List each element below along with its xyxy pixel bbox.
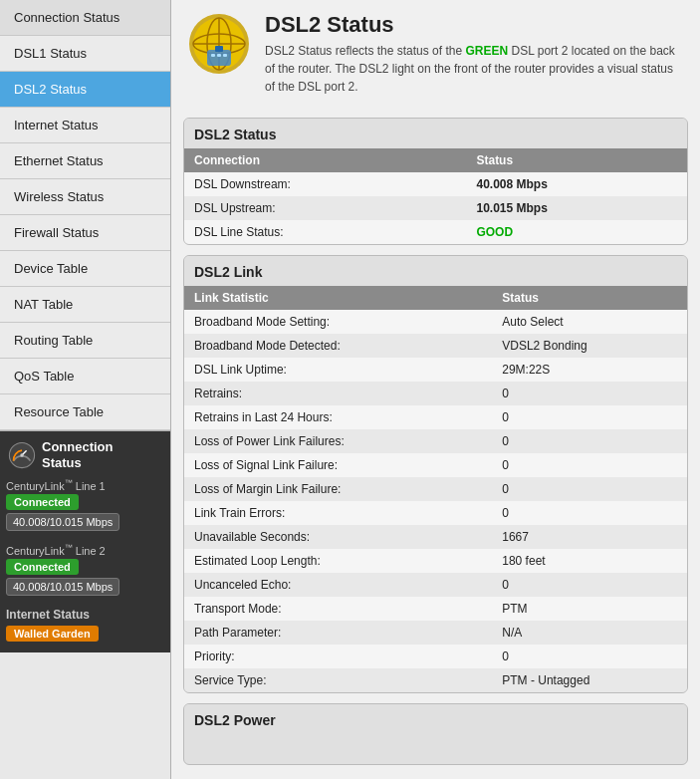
svg-rect-12 (217, 54, 221, 57)
stat-value: 40.008 Mbps (466, 172, 687, 196)
link-label: Uncanceled Echo: (184, 573, 492, 597)
svg-rect-13 (223, 54, 227, 57)
sidebar-item-device-table[interactable]: Device Table (0, 251, 170, 287)
sidebar-item-connection-status[interactable]: Connection Status (0, 0, 170, 36)
table-row: Estimated Loop Length:180 feet (184, 549, 687, 573)
page-title: DSL2 Status (265, 12, 684, 38)
table-row: Uncanceled Echo:0 (184, 573, 687, 597)
conn-status-title: Connection Status (42, 439, 114, 470)
link-label: Service Type: (184, 668, 492, 692)
dsl2-link-card-title: DSL2 Link (184, 256, 687, 286)
dsl2-status-card-title: DSL2 Status (184, 119, 687, 148)
dsl2-icon (187, 12, 251, 76)
internet-status-label: Internet Status (0, 604, 170, 624)
speedometer-icon (8, 441, 36, 469)
link-label: Transport Mode: (184, 597, 492, 621)
sidebar-nav: Connection StatusDSL1 StatusDSL2 StatusI… (0, 0, 170, 431)
svg-rect-11 (211, 54, 215, 57)
sidebar-item-internet-status[interactable]: Internet Status (0, 108, 170, 143)
sidebar-item-routing-table[interactable]: Routing Table (0, 323, 170, 359)
sidebar: Connection StatusDSL1 StatusDSL2 StatusI… (0, 0, 171, 779)
line1-connected-badge: Connected (6, 494, 79, 510)
page-description: DSL2 Status reflects the status of the G… (265, 42, 684, 96)
sidebar-item-dsl2-status[interactable]: DSL2 Status (0, 72, 170, 108)
line2-connected-badge: Connected (6, 559, 79, 575)
stat-label: DSL Downstream: (184, 172, 466, 196)
link-label: Broadband Mode Setting: (184, 310, 492, 334)
link-value: N/A (492, 621, 687, 645)
sidebar-item-firewall-status[interactable]: Firewall Status (0, 215, 170, 251)
sidebar-item-qos-table[interactable]: QoS Table (0, 359, 170, 394)
stat-label: DSL Upstream: (184, 196, 466, 220)
connection-status-panel: Connection Status CenturyLink™ Line 1 Co… (0, 431, 170, 652)
link-value: 0 (492, 573, 687, 597)
dsl2-link-table: Link Statistic Status Broadband Mode Set… (184, 286, 687, 692)
status-col1-header: Connection (184, 148, 466, 172)
table-row: Broadband Mode Setting:Auto Select (184, 310, 687, 334)
link-value: 29M:22S (492, 358, 687, 382)
conn-status-header: Connection Status (0, 431, 170, 474)
sidebar-item-nat-table[interactable]: NAT Table (0, 287, 170, 323)
table-row: Link Train Errors:0 (184, 501, 687, 525)
table-row: Unavailable Seconds:1667 (184, 525, 687, 549)
link-label: Estimated Loop Length: (184, 549, 492, 573)
link-value: 0 (492, 645, 687, 668)
table-row: DSL Line Status:GOOD (184, 220, 687, 244)
table-row: Loss of Signal Link Failure:0 (184, 453, 687, 477)
table-row: Priority:0 (184, 645, 687, 668)
table-row: DSL Link Uptime:29M:22S (184, 358, 687, 382)
link-value: 0 (492, 453, 687, 477)
link-value: 0 (492, 382, 687, 405)
sidebar-item-ethernet-status[interactable]: Ethernet Status (0, 143, 170, 179)
table-row: Loss of Power Link Failures:0 (184, 429, 687, 453)
svg-rect-10 (215, 46, 223, 52)
link-label: Loss of Power Link Failures: (184, 429, 492, 453)
link-label: Link Train Errors: (184, 501, 492, 525)
dsl2-status-table: Connection Status DSL Downstream:40.008 … (184, 148, 687, 244)
link-value: 0 (492, 501, 687, 525)
link-label: Loss of Margin Link Failure: (184, 477, 492, 501)
link-col2-header: Status (492, 286, 687, 310)
line1-label: CenturyLink™ Line 1 (6, 478, 164, 492)
table-row: Retrains in Last 24 Hours:0 (184, 405, 687, 429)
link-label: Retrains: (184, 382, 492, 405)
link-label: Broadband Mode Detected: (184, 334, 492, 358)
link-value: 180 feet (492, 549, 687, 573)
table-row: Path Parameter:N/A (184, 621, 687, 645)
link-value: VDSL2 Bonding (492, 334, 687, 358)
table-row: Broadband Mode Detected:VDSL2 Bonding (184, 334, 687, 358)
sidebar-item-dsl1-status[interactable]: DSL1 Status (0, 36, 170, 72)
link-value: PTM (492, 597, 687, 621)
svg-point-2 (20, 453, 24, 457)
link-value: 0 (492, 429, 687, 453)
stat-value: GOOD (466, 220, 687, 244)
sidebar-item-wireless-status[interactable]: Wireless Status (0, 179, 170, 215)
dsl2-power-card-title: DSL2 Power (184, 704, 687, 734)
main-content: DSL2 Status DSL2 Status reflects the sta… (171, 0, 700, 779)
stat-value: 10.015 Mbps (466, 196, 687, 220)
svg-rect-9 (207, 50, 231, 66)
line1-speed-badge: 40.008/10.015 Mbps (6, 513, 119, 531)
stat-label: DSL Line Status: (184, 220, 466, 244)
table-row: Retrains:0 (184, 382, 687, 405)
table-row: DSL Upstream:10.015 Mbps (184, 196, 687, 220)
link-value: Auto Select (492, 310, 687, 334)
link-label: DSL Link Uptime: (184, 358, 492, 382)
line2-label: CenturyLink™ Line 2 (6, 543, 164, 557)
link-value: 0 (492, 477, 687, 501)
walled-garden-badge: Walled Garden (6, 626, 99, 642)
dsl2-status-card: DSL2 Status Connection Status DSL Downst… (183, 118, 688, 245)
dsl2-power-card: DSL2 Power (183, 703, 688, 765)
table-row: Loss of Margin Link Failure:0 (184, 477, 687, 501)
table-row: Transport Mode:PTM (184, 597, 687, 621)
status-col2-header: Status (466, 148, 687, 172)
page-header-text: DSL2 Status DSL2 Status reflects the sta… (265, 12, 684, 96)
green-dsl-text: GREEN (465, 44, 508, 58)
link-label: Path Parameter: (184, 621, 492, 645)
line2-speed-badge: 40.008/10.015 Mbps (6, 578, 119, 596)
sidebar-item-resource-table[interactable]: Resource Table (0, 394, 170, 430)
link-label: Unavailable Seconds: (184, 525, 492, 549)
link-value: PTM - Untagged (492, 668, 687, 692)
link-col1-header: Link Statistic (184, 286, 492, 310)
table-row: DSL Downstream:40.008 Mbps (184, 172, 687, 196)
